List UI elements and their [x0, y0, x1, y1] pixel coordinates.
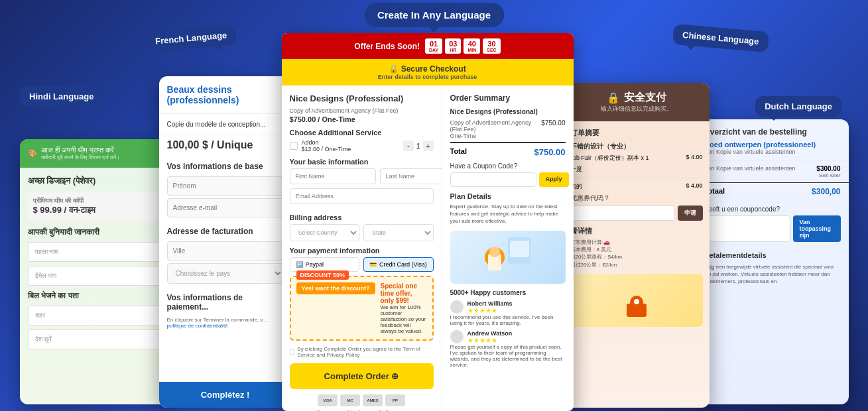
apply-coupon-button[interactable]: Apply — [539, 172, 569, 187]
hindi-city-input[interactable]: शहर — [28, 306, 164, 325]
secure-sub: Enter details to complete purchase — [287, 74, 568, 80]
first-name-input[interactable] — [290, 168, 376, 184]
french-language-bubble: French Language — [145, 24, 237, 52]
qty-control: - 1 + — [403, 141, 434, 151]
dutch-card: Overzicht van de bestelling Goed ontwerp… — [696, 119, 849, 404]
reviewer2-stars: ★★★★★ — [467, 337, 513, 344]
svg-point-4 — [489, 247, 500, 257]
french-price: 100,00 $ / Unique — [159, 135, 292, 155]
country-select[interactable]: Select Country — [290, 224, 360, 241]
french-firstname-input[interactable] — [167, 176, 284, 196]
credit-card-option[interactable]: 💳 Credit Card (Visa) — [363, 257, 434, 272]
reviewer2-name: Andrew Watson — [467, 330, 513, 337]
hindi-header: 🎨 आज ही अपनी थीम प्राप्त करें खरीदारी पू… — [20, 139, 172, 168]
dutch-product-name: Goed ontwerpen (professioneel) — [704, 141, 841, 148]
payment-icons: VISA MC AMEX PP — [290, 394, 434, 406]
terms-checkbox[interactable] — [290, 349, 295, 355]
hindi-billing: बिल भेजने का पता — [28, 291, 164, 300]
french-email-input[interactable] — [167, 198, 284, 217]
paypal-label: Paypal — [306, 261, 324, 268]
reviewer1-name: Robert Williams — [467, 300, 513, 307]
chinese-plan-title: 餐详情 — [570, 226, 703, 236]
french-card-title: Beaux dessins (professionnels) — [159, 76, 292, 114]
amex-icon: AMEX — [363, 394, 383, 406]
main-card: Offer Ends Soon! 01 DAY 03 HR 40 MIN — [282, 33, 574, 411]
coupon-input-row: Apply — [450, 172, 566, 187]
qty-value: 1 — [416, 143, 420, 150]
complete-order-button[interactable]: Complete Order ⊕ — [290, 363, 434, 389]
yes-discount-btn[interactable]: Yes! want the discount? — [296, 282, 375, 294]
discount-box: DISCOUNT 50% Yes! want the discount? Spe… — [290, 276, 434, 341]
hindi-country-select[interactable]: देश चुनें — [28, 329, 164, 349]
reviewer2-avatar — [450, 330, 464, 343]
offer-bar: Offer Ends Soon! 01 DAY 03 HR 40 MIN — [282, 33, 574, 59]
secure-bar: 🔒 Secure Checkout Enter details to compl… — [282, 59, 574, 86]
chinese-product-name: 不错的设计（专业） — [570, 142, 703, 151]
state-select[interactable]: State — [363, 224, 434, 241]
coupon-label: Have a Coupon Code? — [450, 162, 566, 170]
svg-point-7 — [634, 299, 639, 304]
hr-value: 03 — [449, 40, 457, 48]
special-offer: Special one time offer, only $99! — [381, 282, 427, 304]
basic-info-section: Your basic information — [290, 158, 434, 166]
countdown-sec: 30 SEC — [483, 38, 500, 54]
order-summary-title: Order Summary — [450, 93, 566, 103]
chinese-header: 🔒 安全支付 输入详细信息以完成购买。 — [564, 83, 710, 121]
order-total-row: Total $750.00 — [450, 142, 566, 157]
review-2: Andrew Watson ★★★★★ Please get yourself … — [450, 330, 566, 368]
french-country-select[interactable]: Choisissez le pays — [167, 263, 284, 284]
order-item-name: Copy of Advertisement Agency (Flat Fee) — [450, 119, 542, 133]
dutch-bubble-text: Dutch Language — [765, 101, 832, 111]
dutch-coupon-input[interactable] — [704, 215, 790, 242]
sec-value: 30 — [487, 40, 495, 48]
dutch-coupon-label: Heeft u een couponcode? — [704, 206, 841, 213]
order-item-freq: One-Time — [450, 133, 542, 139]
hindi-header-emoji: 🎨 — [28, 149, 37, 158]
dutch-apply-btn[interactable]: Van toepassing zijn — [793, 215, 841, 242]
hindi-card: 🎨 आज ही अपनी थीम प्राप्त करें खरीदारी पू… — [20, 139, 172, 404]
dutch-product: Goed ontwerpen (professioneel) Een Kopie… — [696, 141, 849, 161]
hindi-language-bubble: Hindi Language — [20, 86, 103, 107]
french-privacy-link[interactable]: politique de confidentialité — [167, 323, 228, 329]
min-value: 40 — [468, 40, 476, 48]
lock-icon: 🔒 — [607, 91, 620, 104]
chinese-bubble-text: Chinese Language — [682, 30, 759, 46]
plan-text: Expert guidance. Stay up to date on the … — [450, 203, 566, 225]
coupon-section: Have a Coupon Code? Apply — [450, 162, 566, 187]
french-bubble-text: French Language — [155, 30, 227, 46]
addon-row: Addon $12.00 / One-Time - 1 + — [290, 139, 434, 152]
chinese-coupon-label: 优惠券代码？ — [570, 194, 703, 203]
qty-plus[interactable]: + — [423, 141, 434, 151]
french-city-input[interactable] — [167, 241, 284, 261]
last-name-input[interactable] — [380, 168, 442, 184]
email-input[interactable] — [290, 188, 434, 204]
chinese-illustration — [570, 274, 703, 327]
visa-icon: VISA — [318, 394, 338, 406]
hindi-price-box: प्रीमियम थीम की कॉपी $ 99.99 / वन-टाइम — [28, 192, 164, 221]
chinese-apply-btn[interactable]: 申请 — [678, 206, 703, 221]
plan-title: Plan Details — [450, 192, 566, 200]
countdown-min: 40 MIN — [464, 38, 480, 54]
hindi-bubble-text: Hindi Language — [29, 91, 94, 101]
hindi-first-name-input[interactable]: पहला नाम — [28, 242, 164, 262]
chinese-language-bubble: Chinese Language — [672, 24, 769, 52]
paypal-option[interactable]: 🅿️ Paypal — [290, 257, 360, 272]
qty-minus[interactable]: - — [403, 141, 414, 151]
create-language-bubble: Create In Any Language — [364, 3, 504, 27]
countdown-day: 01 DAY — [425, 38, 442, 54]
offer-text: Offer Ends Soon! — [354, 42, 420, 51]
hindi-email-input[interactable]: ईमेल पता — [28, 266, 164, 286]
secure-title: 🔒 Secure Checkout — [287, 64, 568, 74]
french-cta-button[interactable]: Complétez ! — [159, 382, 292, 408]
french-billing: Adresse de facturation — [159, 220, 292, 239]
coupon-input[interactable] — [450, 172, 536, 187]
chinese-coupon-input[interactable] — [570, 206, 675, 221]
terms-row: By clicking Complete Order you agree to … — [290, 346, 434, 358]
french-item-desc: Copie du modèle de conception... — [159, 114, 292, 135]
customers-title: 5000+ Happy customers — [450, 289, 566, 296]
hindi-price-label: प्रीमियम थीम की कॉपी — [33, 197, 159, 205]
french-terms: En cliquant sur Terminer la commande, v.… — [159, 314, 292, 331]
addon-checkbox[interactable] — [290, 142, 298, 150]
addon-label: Addon $12.00 / One-Time — [302, 139, 351, 152]
credit-card-label: Credit Card (Visa) — [379, 261, 427, 268]
